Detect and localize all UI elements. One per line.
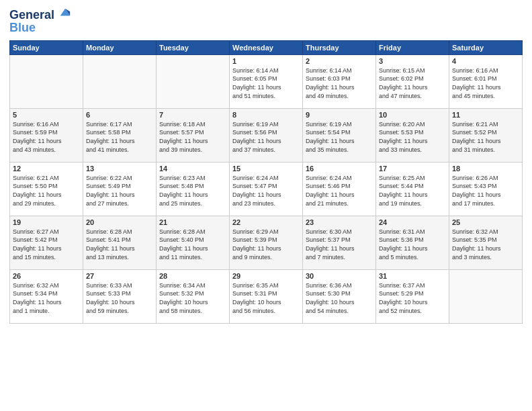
calendar-cell: 29Sunrise: 6:35 AM Sunset: 5:31 PM Dayli…	[230, 269, 303, 323]
week-row-1: 1Sunrise: 6:14 AM Sunset: 6:05 PM Daylig…	[10, 54, 523, 108]
day-number: 24	[379, 218, 446, 226]
calendar-cell: 19Sunrise: 6:27 AM Sunset: 5:42 PM Dayli…	[10, 216, 83, 269]
calendar-cell: 31Sunrise: 6:37 AM Sunset: 5:29 PM Dayli…	[376, 269, 449, 323]
logo-icon	[59, 7, 71, 19]
day-info: Sunrise: 6:32 AM Sunset: 5:34 PM Dayligh…	[13, 281, 80, 315]
calendar-cell	[83, 54, 157, 108]
calendar-cell: 21Sunrise: 6:28 AM Sunset: 5:40 PM Dayli…	[157, 216, 230, 269]
calendar-cell: 7Sunrise: 6:18 AM Sunset: 5:57 PM Daylig…	[157, 108, 230, 162]
day-info: Sunrise: 6:37 AM Sunset: 5:29 PM Dayligh…	[379, 281, 446, 315]
calendar-cell: 13Sunrise: 6:22 AM Sunset: 5:49 PM Dayli…	[83, 162, 157, 216]
day-number: 18	[452, 165, 519, 173]
calendar-cell: 27Sunrise: 6:33 AM Sunset: 5:33 PM Dayli…	[83, 269, 157, 323]
calendar-cell: 30Sunrise: 6:36 AM Sunset: 5:30 PM Dayli…	[303, 269, 376, 323]
day-info: Sunrise: 6:18 AM Sunset: 5:57 PM Dayligh…	[159, 120, 226, 154]
day-number: 31	[379, 272, 446, 280]
calendar-cell: 10Sunrise: 6:20 AM Sunset: 5:53 PM Dayli…	[376, 108, 449, 162]
calendar-cell	[449, 269, 523, 323]
week-row-5: 26Sunrise: 6:32 AM Sunset: 5:34 PM Dayli…	[10, 269, 523, 323]
day-number: 11	[452, 111, 519, 119]
calendar-cell: 14Sunrise: 6:23 AM Sunset: 5:48 PM Dayli…	[157, 162, 230, 216]
calendar-cell: 24Sunrise: 6:31 AM Sunset: 5:36 PM Dayli…	[376, 216, 449, 269]
week-row-3: 12Sunrise: 6:21 AM Sunset: 5:50 PM Dayli…	[10, 162, 523, 216]
weekday-header-sunday: Sunday	[10, 40, 83, 54]
calendar-cell: 1Sunrise: 6:14 AM Sunset: 6:05 PM Daylig…	[230, 54, 303, 108]
weekday-header-wednesday: Wednesday	[230, 40, 303, 54]
calendar-cell: 26Sunrise: 6:32 AM Sunset: 5:34 PM Dayli…	[10, 269, 83, 323]
day-number: 23	[306, 218, 373, 226]
day-number: 2	[306, 57, 373, 65]
calendar-cell: 9Sunrise: 6:19 AM Sunset: 5:54 PM Daylig…	[303, 108, 376, 162]
day-info: Sunrise: 6:24 AM Sunset: 5:46 PM Dayligh…	[306, 174, 373, 208]
day-info: Sunrise: 6:28 AM Sunset: 5:41 PM Dayligh…	[86, 228, 153, 261]
day-info: Sunrise: 6:14 AM Sunset: 6:03 PM Dayligh…	[306, 66, 373, 100]
day-number: 12	[13, 165, 80, 173]
day-info: Sunrise: 6:23 AM Sunset: 5:48 PM Dayligh…	[159, 174, 226, 208]
weekday-header-thursday: Thursday	[303, 40, 376, 54]
calendar-cell: 17Sunrise: 6:25 AM Sunset: 5:44 PM Dayli…	[376, 162, 449, 216]
calendar-cell: 15Sunrise: 6:24 AM Sunset: 5:47 PM Dayli…	[230, 162, 303, 216]
logo: General Blue	[9, 7, 71, 35]
day-number: 27	[86, 272, 153, 280]
calendar-cell	[157, 54, 230, 108]
day-number: 7	[159, 111, 226, 119]
day-number: 19	[13, 218, 80, 226]
weekday-header-tuesday: Tuesday	[157, 40, 230, 54]
calendar-cell: 18Sunrise: 6:26 AM Sunset: 5:43 PM Dayli…	[449, 162, 523, 216]
day-info: Sunrise: 6:21 AM Sunset: 5:52 PM Dayligh…	[452, 120, 519, 154]
day-number: 21	[159, 218, 226, 226]
day-info: Sunrise: 6:19 AM Sunset: 5:54 PM Dayligh…	[306, 120, 373, 154]
day-number: 14	[159, 165, 226, 173]
day-info: Sunrise: 6:25 AM Sunset: 5:44 PM Dayligh…	[379, 174, 446, 208]
day-info: Sunrise: 6:20 AM Sunset: 5:53 PM Dayligh…	[379, 120, 446, 154]
calendar-cell: 12Sunrise: 6:21 AM Sunset: 5:50 PM Dayli…	[10, 162, 83, 216]
day-info: Sunrise: 6:14 AM Sunset: 6:05 PM Dayligh…	[232, 66, 300, 100]
calendar-cell: 23Sunrise: 6:30 AM Sunset: 5:37 PM Dayli…	[303, 216, 376, 269]
day-info: Sunrise: 6:24 AM Sunset: 5:47 PM Dayligh…	[232, 174, 300, 208]
day-number: 4	[452, 57, 519, 65]
page-container: General Blue SundayMondayTuesdayWednesda…	[0, 0, 532, 330]
calendar-cell: 2Sunrise: 6:14 AM Sunset: 6:03 PM Daylig…	[303, 54, 376, 108]
weekday-header-friday: Friday	[376, 40, 449, 54]
day-info: Sunrise: 6:19 AM Sunset: 5:56 PM Dayligh…	[232, 120, 300, 154]
day-number: 9	[306, 111, 373, 119]
day-number: 6	[86, 111, 153, 119]
day-number: 28	[159, 272, 226, 280]
day-number: 16	[306, 165, 373, 173]
day-number: 15	[232, 165, 300, 173]
day-info: Sunrise: 6:35 AM Sunset: 5:31 PM Dayligh…	[232, 281, 300, 315]
calendar-cell: 3Sunrise: 6:15 AM Sunset: 6:02 PM Daylig…	[376, 54, 449, 108]
day-info: Sunrise: 6:29 AM Sunset: 5:39 PM Dayligh…	[232, 228, 300, 261]
weekday-header-monday: Monday	[83, 40, 157, 54]
calendar-cell: 25Sunrise: 6:32 AM Sunset: 5:35 PM Dayli…	[449, 216, 523, 269]
week-row-4: 19Sunrise: 6:27 AM Sunset: 5:42 PM Dayli…	[10, 216, 523, 269]
day-number: 29	[232, 272, 300, 280]
calendar-cell: 22Sunrise: 6:29 AM Sunset: 5:39 PM Dayli…	[230, 216, 303, 269]
day-number: 8	[232, 111, 300, 119]
day-number: 25	[452, 218, 519, 226]
calendar-cell: 11Sunrise: 6:21 AM Sunset: 5:52 PM Dayli…	[449, 108, 523, 162]
day-info: Sunrise: 6:31 AM Sunset: 5:36 PM Dayligh…	[379, 228, 446, 261]
day-info: Sunrise: 6:32 AM Sunset: 5:35 PM Dayligh…	[452, 228, 519, 261]
day-info: Sunrise: 6:36 AM Sunset: 5:30 PM Dayligh…	[306, 281, 373, 315]
calendar-table: SundayMondayTuesdayWednesdayThursdayFrid…	[9, 40, 523, 324]
weekday-header-row: SundayMondayTuesdayWednesdayThursdayFrid…	[10, 40, 523, 54]
week-row-2: 5Sunrise: 6:16 AM Sunset: 5:59 PM Daylig…	[10, 108, 523, 162]
calendar-cell: 8Sunrise: 6:19 AM Sunset: 5:56 PM Daylig…	[230, 108, 303, 162]
logo-text: General	[9, 7, 71, 22]
day-number: 10	[379, 111, 446, 119]
calendar-cell: 20Sunrise: 6:28 AM Sunset: 5:41 PM Dayli…	[83, 216, 157, 269]
day-number: 26	[13, 272, 80, 280]
day-info: Sunrise: 6:30 AM Sunset: 5:37 PM Dayligh…	[306, 228, 373, 261]
day-info: Sunrise: 6:15 AM Sunset: 6:02 PM Dayligh…	[379, 66, 446, 100]
calendar-cell: 6Sunrise: 6:17 AM Sunset: 5:58 PM Daylig…	[83, 108, 157, 162]
day-number: 13	[86, 165, 153, 173]
day-number: 17	[379, 165, 446, 173]
calendar-cell: 4Sunrise: 6:16 AM Sunset: 6:01 PM Daylig…	[449, 54, 523, 108]
day-number: 22	[232, 218, 300, 226]
calendar-cell	[10, 54, 83, 108]
logo-blue: Blue	[9, 21, 71, 35]
day-info: Sunrise: 6:33 AM Sunset: 5:33 PM Dayligh…	[86, 281, 153, 315]
calendar-cell: 28Sunrise: 6:34 AM Sunset: 5:32 PM Dayli…	[157, 269, 230, 323]
calendar-cell: 5Sunrise: 6:16 AM Sunset: 5:59 PM Daylig…	[10, 108, 83, 162]
